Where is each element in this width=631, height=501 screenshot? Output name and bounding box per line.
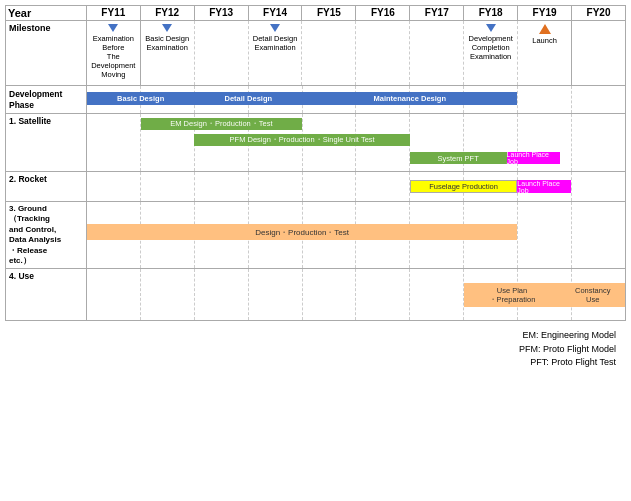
milestone-fy20 bbox=[572, 21, 626, 86]
dev-phase-label: DevelopmentPhase bbox=[6, 86, 87, 114]
milestone-text-fy11: Examination BeforeThe DevelopmentMoving bbox=[88, 34, 139, 79]
satellite-cells: EM Design・Production・Test PFM Design・Pro… bbox=[86, 114, 625, 172]
ground-label: 3. Ground（Trackingand Control,Data Analy… bbox=[6, 202, 87, 269]
milestone-fy17 bbox=[410, 21, 464, 86]
use-label: 4. Use bbox=[6, 269, 87, 321]
launch-marker bbox=[539, 24, 551, 34]
ground-cells: Design・Production・Test bbox=[86, 202, 625, 269]
fy13-header: FY13 bbox=[194, 6, 248, 21]
satellite-launch-place-bar: Launch Place Job bbox=[507, 152, 561, 164]
fy12-header: FY12 bbox=[140, 6, 194, 21]
milestone-fy13 bbox=[194, 21, 248, 86]
pfm-design-bar: PFM Design・Production・Single Unit Test bbox=[194, 134, 409, 146]
satellite-label: 1. Satellite bbox=[6, 114, 87, 172]
milestone-label: Milestone bbox=[6, 21, 87, 86]
constancy-use-bar: ConstancyUse bbox=[560, 283, 625, 307]
milestone-fy15 bbox=[302, 21, 356, 86]
milestone-text-fy12: Basic DesignExamination bbox=[145, 34, 189, 52]
fy14-header: FY14 bbox=[248, 6, 302, 21]
em-design-bar: EM Design・Production・Test bbox=[141, 118, 302, 130]
milestone-fy12: Basic DesignExamination bbox=[140, 21, 194, 86]
legend-em: EM: Engineering Model bbox=[5, 329, 616, 343]
dev-phase-cells: Basic Design Detail Design Maintenance D… bbox=[86, 86, 625, 114]
legend-pft: PFT: Proto Flight Test bbox=[5, 356, 616, 370]
milestone-text-fy18: Development CompletionExamination bbox=[465, 34, 516, 61]
milestone-fy19: Launch bbox=[518, 21, 572, 86]
detail-design-bar: Detail Design bbox=[194, 92, 302, 105]
fy11-header: FY11 bbox=[86, 6, 140, 21]
milestone-row: Milestone Examination BeforeThe Developm… bbox=[6, 21, 626, 86]
rocket-label: 2. Rocket bbox=[6, 172, 87, 202]
milestone-text-fy14: Detail DesignExamination bbox=[253, 34, 298, 52]
milestone-fy11: Examination BeforeThe DevelopmentMoving bbox=[86, 21, 140, 86]
year-header: Year bbox=[6, 6, 87, 21]
ground-design-bar: Design・Production・Test bbox=[87, 224, 518, 240]
milestone-fy14: Detail DesignExamination bbox=[248, 21, 302, 86]
rocket-launch-place-bar: Launch Place Job bbox=[517, 180, 571, 193]
legend: EM: Engineering Model PFM: Proto Flight … bbox=[5, 325, 626, 374]
fy15-header: FY15 bbox=[302, 6, 356, 21]
legend-pfm: PFM: Proto Flight Model bbox=[5, 343, 616, 357]
milestone-fy16 bbox=[356, 21, 410, 86]
milestone-marker-fy14 bbox=[270, 24, 280, 32]
fy19-header: FY19 bbox=[518, 6, 572, 21]
fy20-header: FY20 bbox=[572, 6, 626, 21]
use-row: 4. Use Use Plan・Pr bbox=[6, 269, 626, 321]
rocket-cells: Fuselage Production Launch Place Job bbox=[86, 172, 625, 202]
dev-phase-row: DevelopmentPhase bbox=[6, 86, 626, 114]
basic-design-bar: Basic Design bbox=[87, 92, 195, 105]
milestone-marker-fy12 bbox=[162, 24, 172, 32]
fy17-header: FY17 bbox=[410, 6, 464, 21]
milestone-marker-fy18 bbox=[486, 24, 496, 32]
fuselage-production-bar: Fuselage Production bbox=[410, 180, 518, 193]
milestone-fy18: Development CompletionExamination bbox=[464, 21, 518, 86]
ground-row: 3. Ground（Trackingand Control,Data Analy… bbox=[6, 202, 626, 269]
rocket-row: 2. Rocket Fuselage bbox=[6, 172, 626, 202]
fy16-header: FY16 bbox=[356, 6, 410, 21]
milestone-text-fy19: Launch bbox=[532, 36, 557, 45]
system-pft-bar: System PFT bbox=[410, 152, 507, 164]
milestone-marker-fy11 bbox=[108, 24, 118, 32]
fy18-header: FY18 bbox=[464, 6, 518, 21]
use-plan-bar: Use Plan・Preparation bbox=[464, 283, 561, 307]
maintenance-design-bar: Maintenance Design bbox=[302, 92, 517, 105]
use-cells: Use Plan・Preparation ConstancyUse bbox=[86, 269, 625, 321]
satellite-row: 1. Satellite bbox=[6, 114, 626, 172]
